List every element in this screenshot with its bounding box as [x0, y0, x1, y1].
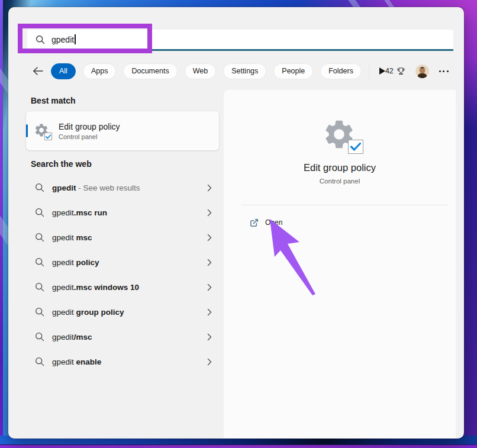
web-suggestion-row[interactable]: gpedit - See web results — [26, 175, 219, 200]
search-icon — [35, 332, 44, 341]
search-flyout-window: gpedit AllAppsDocumentsWebSettingsPeople… — [8, 7, 464, 439]
annotation-highlight-box — [18, 24, 152, 53]
filter-tab-settings[interactable]: Settings — [223, 63, 266, 79]
avatar-photo — [415, 65, 429, 78]
rewards-badge[interactable]: 42 — [385, 67, 405, 76]
detail-title: Edit group policy — [224, 162, 456, 173]
web-suggestion-row[interactable]: gpedit msc — [26, 225, 219, 250]
search-icon — [35, 282, 44, 292]
best-match-header: Best match — [31, 96, 75, 105]
filter-tab-documents[interactable]: Documents — [123, 63, 177, 79]
filter-bar: AllAppsDocumentsWebSettingsPeopleFolders… — [8, 62, 464, 80]
chevron-right-icon — [207, 209, 212, 217]
web-suggestion-row[interactable]: gpedit.msc windows 10 — [26, 275, 219, 299]
filter-tab-cutoff[interactable] — [369, 63, 369, 79]
user-avatar[interactable] — [415, 65, 429, 78]
web-suggestions-list: gpedit - See web results gpedit.msc run … — [26, 175, 219, 374]
chevron-right-icon — [207, 358, 212, 366]
web-suggestion-row[interactable]: gpedit policy — [26, 250, 219, 275]
desktop: gpedit AllAppsDocumentsWebSettingsPeople… — [0, 0, 477, 448]
arrow-left-icon — [33, 66, 44, 76]
chevron-right-icon — [207, 184, 212, 192]
selection-indicator — [26, 124, 28, 137]
filter-tab-apps[interactable]: Apps — [83, 63, 117, 79]
toolbar-right-cluster: 42 — [385, 65, 449, 78]
search-icon — [35, 257, 44, 267]
search-the-web-header: Search the web — [31, 159, 92, 169]
search-icon — [35, 208, 44, 217]
checkmark-overlay-icon — [44, 133, 52, 140]
web-suggestion-row[interactable]: gpedit group policy — [26, 299, 219, 324]
suggestion-text: gpedit msc — [52, 233, 92, 242]
chevron-right-icon — [207, 308, 212, 316]
rewards-trophy-icon — [397, 67, 405, 76]
wallpaper-bottom-strip — [0, 444, 477, 448]
suggestion-text: gpedit enable — [52, 357, 101, 366]
rewards-count: 42 — [385, 67, 394, 75]
web-suggestion-row[interactable]: gpedit enable — [26, 349, 219, 374]
chevron-right-icon — [207, 234, 212, 241]
search-icon — [35, 307, 44, 317]
best-match-title: Edit group policy — [59, 122, 120, 131]
filter-tab-people[interactable]: People — [273, 63, 313, 79]
filter-tab-web[interactable]: Web — [185, 63, 216, 79]
web-suggestion-row[interactable]: gpedit.msc run — [26, 200, 219, 225]
detail-gear-icon — [322, 117, 357, 153]
chevron-right-icon — [207, 333, 212, 341]
annotation-arrow — [266, 216, 323, 299]
suggestion-text: gpedit.msc run — [52, 208, 107, 217]
suggestion-text: gpedit - See web results — [52, 183, 140, 192]
suggestion-text: gpedit group policy — [52, 308, 124, 317]
suggestion-text: gpedit.msc windows 10 — [52, 283, 139, 292]
web-suggestion-row[interactable]: gpedit/msc — [26, 324, 219, 349]
checkmark-overlay-icon — [348, 140, 363, 154]
filter-tab-folders[interactable]: Folders — [320, 63, 362, 79]
suggestion-text: gpedit/msc — [52, 333, 92, 341]
suggestion-text: gpedit policy — [52, 258, 99, 267]
search-icon — [35, 357, 44, 366]
chevron-right-icon — [207, 259, 212, 266]
group-policy-gear-icon — [34, 123, 50, 139]
filter-tabs: AllAppsDocumentsWebSettingsPeopleFolders — [51, 63, 362, 79]
back-button[interactable] — [33, 66, 44, 76]
expand-filters-icon[interactable] — [379, 67, 385, 75]
search-icon — [35, 233, 44, 242]
detail-panel: Edit group policy Control panel Open — [224, 90, 456, 439]
best-match-subtitle: Control panel — [59, 133, 120, 140]
external-link-icon — [250, 218, 259, 227]
detail-subtitle: Control panel — [224, 178, 456, 185]
best-match-item[interactable]: Edit group policy Control panel — [26, 111, 219, 150]
filter-tab-all[interactable]: All — [51, 63, 76, 79]
divider — [241, 205, 447, 205]
search-icon — [35, 183, 44, 192]
more-options-button[interactable] — [439, 70, 449, 72]
chevron-right-icon — [207, 283, 212, 291]
